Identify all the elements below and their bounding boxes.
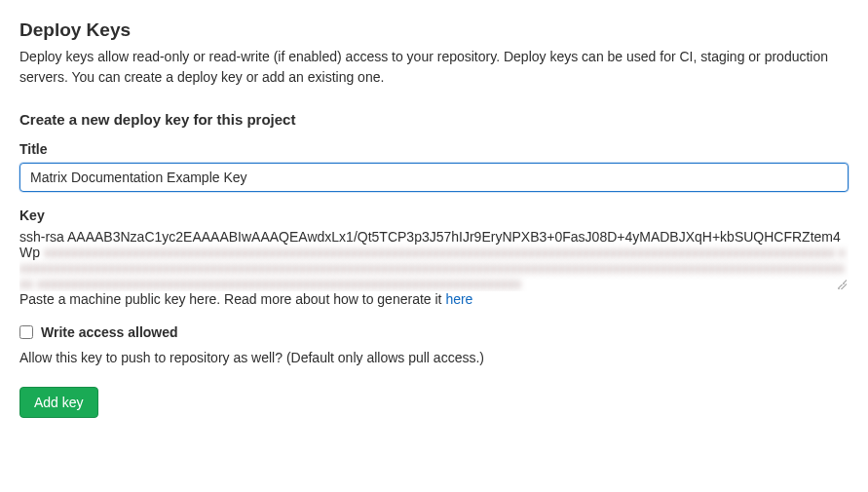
add-key-button[interactable]: Add key [19, 387, 98, 418]
title-input[interactable] [19, 163, 849, 192]
write-access-checkbox[interactable] [19, 325, 33, 339]
textarea-resize-handle[interactable] [837, 280, 847, 289]
key-input[interactable]: ssh-rsa AAAAB3NzaC1yc2EAAAABIwAAAQEAwdxL… [19, 229, 849, 291]
page-title: Deploy Keys [19, 19, 849, 41]
page-description: Deploy keys allow read-only or read-writ… [19, 47, 849, 88]
write-access-description: Allow this key to push to repository as … [19, 350, 849, 365]
section-title: Create a new deploy key for this project [19, 111, 849, 128]
write-access-label[interactable]: Write access allowed [41, 324, 178, 340]
key-label: Key [19, 208, 849, 223]
generate-help-link[interactable]: here [445, 291, 472, 307]
key-helper-text: Paste a machine public key here. Read mo… [19, 291, 849, 307]
title-label: Title [19, 141, 849, 157]
